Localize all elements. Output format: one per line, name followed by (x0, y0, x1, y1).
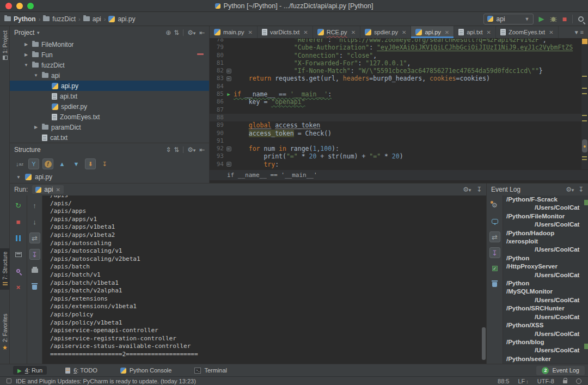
tab-list-dropdown-icon[interactable]: ▼≡ (569, 26, 588, 38)
notifications-icon[interactable] (489, 216, 500, 227)
tree-arrow-icon[interactable]: ▶ (23, 42, 29, 47)
editor-tab-api.txt[interactable]: api.txt✕ (454, 26, 496, 38)
project-tree[interactable]: ▶FileMonitor▶Fun▼fuzzDict▼apiapi.pyapi.t… (10, 39, 209, 142)
autoscroll-from-source-icon[interactable]: ↧ (99, 158, 110, 169)
soft-wrap-icon[interactable]: ⇄ (29, 233, 40, 243)
code-line-87[interactable]: 87 (210, 106, 588, 114)
gear-icon[interactable]: ⚙▼ (463, 186, 472, 193)
fold-icon[interactable]: − (224, 75, 234, 82)
editor-scrollbar[interactable] (581, 39, 588, 169)
hide-panel-icon[interactable]: ⇤ (199, 29, 205, 36)
collapse-all-icon[interactable]: ▼ (71, 158, 82, 169)
breadcrumb-item-api.py[interactable]: api.py (108, 15, 135, 23)
expand-all-icon[interactable]: ⇕ (166, 146, 171, 154)
tree-arrow-icon[interactable]: ▼ (15, 175, 22, 180)
code-line-93[interactable]: 93 print("=" * 20 + str(num) + "=" * 20) (210, 152, 588, 160)
rerun-icon[interactable]: ↻ (13, 200, 24, 211)
close-icon[interactable]: ✕ (402, 29, 406, 35)
editor-tab-api.py[interactable]: api.py✕ (411, 26, 454, 38)
code-line-80[interactable]: 80 "Connection": "close", (210, 52, 588, 59)
up-stack-trace-icon[interactable]: ↑ (29, 200, 40, 211)
scroll-to-end-icon[interactable]: ↧ (489, 247, 500, 258)
clear-log-icon[interactable] (489, 279, 500, 290)
breadcrumb-item-fuzzDict[interactable]: fuzzDict (43, 15, 76, 23)
code-line-88[interactable]: 88 (210, 114, 588, 121)
tool-window-button-Python-Console[interactable]: Python Console (116, 366, 176, 375)
project-tree-item-api.txt[interactable]: api.txt (10, 91, 209, 101)
code-line-82[interactable]: 82− "If-None-Match": "W/\"5591cbce3ac647… (210, 67, 588, 75)
tree-arrow-icon[interactable]: ▼ (33, 73, 39, 78)
structure-root-item[interactable]: ▼ api.py (10, 172, 209, 182)
project-tree-item-ZoomEyes.txt[interactable]: ZoomEyes.txt (10, 112, 209, 122)
debug-icon[interactable] (550, 15, 557, 22)
run-tab[interactable]: api ✕ (32, 185, 63, 194)
locate-file-icon[interactable]: ⊕ (166, 29, 171, 36)
caret-position[interactable]: 88:5 (498, 378, 509, 384)
stop-icon[interactable]: ■ (13, 216, 24, 227)
code-editor[interactable]: 78 "Referer": "https://www.zoomeye.org/s… (210, 39, 588, 169)
search-everywhere-icon[interactable] (578, 16, 584, 22)
project-tree-item-spdier.py[interactable]: spdier.py (10, 101, 209, 112)
pause-output-icon[interactable] (13, 233, 24, 243)
status-bar-icon[interactable] (7, 378, 11, 383)
fold-marker-icon[interactable]: − (226, 76, 231, 81)
sort-alphabetically-icon[interactable]: ↓az (14, 158, 25, 169)
close-window-icon[interactable] (5, 3, 12, 9)
show-functions-icon[interactable]: f (42, 158, 53, 169)
run-configuration-select[interactable]: api ▼ (483, 14, 534, 25)
code-line-79[interactable]: 79 "Cube-Authorization": "eyJ0eXAiOiJKV1… (210, 44, 588, 51)
hide-panel-icon[interactable]: ↧ (476, 186, 482, 193)
run-line-icon[interactable]: ▶ (224, 90, 234, 98)
encoding-indicator[interactable]: UTF-8 (537, 378, 554, 384)
scroll-to-end-icon[interactable]: ↧ (29, 249, 40, 260)
editor-tab-RCE.py[interactable]: RCE.py✕ (313, 26, 360, 38)
show-inherited-icon[interactable]: Y (28, 158, 39, 169)
code-line-84[interactable]: 84 (210, 83, 588, 90)
structure-panel-header[interactable]: Structure ⇕ ⇅ ⚙▼ ⇤ (10, 143, 209, 156)
soft-wrap-icon[interactable]: ⇄ (489, 231, 500, 242)
run-arrow-icon[interactable]: ▶ (227, 90, 230, 98)
tree-arrow-icon[interactable]: ▶ (23, 52, 29, 57)
hide-panel-icon[interactable]: ↧ (578, 186, 584, 193)
minimize-window-icon[interactable] (16, 3, 23, 9)
project-tree-item-api.py[interactable]: api.py (10, 81, 209, 91)
fold-marker-icon[interactable]: − (226, 162, 231, 167)
project-tree-item-paramDict[interactable]: ▶paramDict (10, 122, 209, 132)
code-line-85[interactable]: 85▶if __name__ == '__main__': (210, 90, 588, 98)
gear-icon[interactable]: ⚙▼ (187, 146, 197, 154)
close-tab-icon[interactable]: × (13, 282, 24, 292)
code-line-78[interactable]: 78 "Referer": "https://www.zoomeye.org/s… (210, 39, 588, 44)
editor-tab-ZoomEyes.txt[interactable]: ZoomEyes.txt✕ (496, 26, 559, 38)
project-panel-header[interactable]: Project ▼ ⊕ ⇅ ⚙▼ ⇤ (10, 26, 209, 39)
gear-icon[interactable]: ⚙▼ (566, 186, 575, 193)
zoom-window-icon[interactable] (27, 3, 34, 9)
code-line-86[interactable]: 86 key = "openapi" (210, 98, 588, 106)
collapse-all-icon[interactable]: ⇅ (174, 146, 179, 154)
mark-all-read-icon[interactable]: ✓ (489, 263, 500, 274)
fold-icon[interactable]: − (224, 67, 234, 75)
down-stack-trace-icon[interactable]: ↓ (29, 216, 40, 227)
close-icon[interactable]: ✕ (445, 29, 449, 35)
code-line-91[interactable]: 91 (210, 137, 588, 145)
clear-all-icon[interactable] (29, 282, 40, 292)
project-tree-item-fuzzDict[interactable]: ▼fuzzDict (10, 60, 209, 70)
status-message[interactable]: IDE and Plugin Updates: PyCharm is ready… (16, 378, 196, 384)
code-line-90[interactable]: 90 access_token = Check() (210, 130, 588, 137)
code-line-89[interactable]: 89 global access_token (210, 121, 588, 129)
project-tree-item-cat.txt[interactable]: cat.txt (10, 132, 209, 142)
pin-tab-icon[interactable] (13, 265, 24, 276)
close-icon[interactable]: ✕ (248, 29, 253, 35)
show-console-icon[interactable] (13, 249, 24, 260)
tool-button-favorites[interactable]: 2: Favorites ★ (0, 314, 10, 351)
autoscroll-to-source-icon[interactable]: ⬇ (85, 158, 96, 169)
lock-icon[interactable] (563, 380, 567, 383)
editor-tab-main.py[interactable]: main.py✕ (210, 26, 258, 38)
run-button[interactable]: ▶ (539, 15, 544, 22)
editor-breadcrumb[interactable]: if __name__ == '__main__' (210, 169, 588, 180)
close-icon[interactable]: ✕ (351, 29, 356, 35)
tool-button-structure[interactable]: 7: Structure (0, 248, 10, 290)
event-log-content[interactable]: /Python/F-Scrack/Users/CoolCat/Python/Fi… (503, 195, 588, 364)
hide-panel-icon[interactable]: ⇤ (199, 146, 205, 154)
collapse-all-icon[interactable]: ⇅ (174, 29, 179, 36)
line-separator-indicator[interactable]: LF↕ (518, 378, 528, 384)
